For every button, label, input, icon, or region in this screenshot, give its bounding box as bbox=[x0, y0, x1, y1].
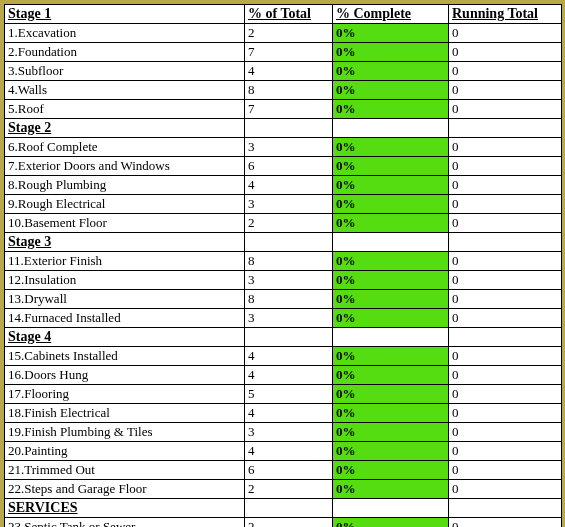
running-total-cell: 0 bbox=[449, 62, 562, 81]
pct-complete-cell[interactable]: 0% bbox=[333, 100, 449, 119]
empty-cell bbox=[245, 499, 333, 518]
pct-complete-cell[interactable]: 0% bbox=[333, 271, 449, 290]
running-total-cell: 0 bbox=[449, 157, 562, 176]
row-label: 8.Rough Plumbing bbox=[5, 176, 245, 195]
table-row: 7.Exterior Doors and Windows60%0 bbox=[5, 157, 562, 176]
table-row: 14.Furnaced Installed30%0 bbox=[5, 309, 562, 328]
running-total-cell: 0 bbox=[449, 138, 562, 157]
row-label: 4.Walls bbox=[5, 81, 245, 100]
table-row: 9.Rough Electrical30%0 bbox=[5, 195, 562, 214]
budget-table: Stage 1% of Total% CompleteRunning Total… bbox=[4, 4, 562, 527]
running-total-cell: 0 bbox=[449, 366, 562, 385]
row-label: 19.Finish Plumbing & Tiles bbox=[5, 423, 245, 442]
empty-cell bbox=[449, 499, 562, 518]
table-row: 4.Walls80%0 bbox=[5, 81, 562, 100]
row-label: 18.Finish Electrical bbox=[5, 404, 245, 423]
empty-cell bbox=[245, 119, 333, 138]
running-total-cell: 0 bbox=[449, 24, 562, 43]
row-label: 3.Subfloor bbox=[5, 62, 245, 81]
pct-complete-cell[interactable]: 0% bbox=[333, 214, 449, 233]
row-label: 16.Doors Hung bbox=[5, 366, 245, 385]
row-label: 2.Foundation bbox=[5, 43, 245, 62]
pct-total-cell[interactable]: 2 bbox=[245, 214, 333, 233]
pct-complete-cell[interactable]: 0% bbox=[333, 404, 449, 423]
pct-total-cell[interactable]: 8 bbox=[245, 252, 333, 271]
pct-total-cell[interactable]: 4 bbox=[245, 62, 333, 81]
table-row: 8.Rough Plumbing40%0 bbox=[5, 176, 562, 195]
pct-complete-cell[interactable]: 0% bbox=[333, 461, 449, 480]
pct-complete-cell[interactable]: 0% bbox=[333, 442, 449, 461]
row-label: 13.Drywall bbox=[5, 290, 245, 309]
pct-total-cell[interactable]: 4 bbox=[245, 176, 333, 195]
pct-complete-cell[interactable]: 0% bbox=[333, 176, 449, 195]
pct-total-cell[interactable]: 5 bbox=[245, 385, 333, 404]
pct-complete-cell[interactable]: 0% bbox=[333, 62, 449, 81]
pct-complete-cell[interactable]: 0% bbox=[333, 43, 449, 62]
running-total-cell: 0 bbox=[449, 252, 562, 271]
running-total-cell: 0 bbox=[449, 309, 562, 328]
empty-cell bbox=[245, 233, 333, 252]
col-header-running-total: Running Total bbox=[449, 5, 562, 24]
table-row: 5.Roof70%0 bbox=[5, 100, 562, 119]
section-header: SERVICES bbox=[5, 499, 245, 518]
pct-complete-cell[interactable]: 0% bbox=[333, 157, 449, 176]
empty-cell bbox=[333, 233, 449, 252]
pct-total-cell[interactable]: 3 bbox=[245, 423, 333, 442]
pct-complete-cell[interactable]: 0% bbox=[333, 423, 449, 442]
pct-total-cell[interactable]: 2 bbox=[245, 518, 333, 528]
empty-cell bbox=[333, 119, 449, 138]
pct-total-cell[interactable]: 7 bbox=[245, 100, 333, 119]
table-row: 11.Exterior Finish80%0 bbox=[5, 252, 562, 271]
table-row: 3.Subfloor40%0 bbox=[5, 62, 562, 81]
running-total-cell: 0 bbox=[449, 271, 562, 290]
pct-total-cell[interactable]: 6 bbox=[245, 461, 333, 480]
running-total-cell: 0 bbox=[449, 385, 562, 404]
running-total-cell: 0 bbox=[449, 100, 562, 119]
row-label: 7.Exterior Doors and Windows bbox=[5, 157, 245, 176]
pct-total-cell[interactable]: 4 bbox=[245, 347, 333, 366]
pct-total-cell[interactable]: 3 bbox=[245, 271, 333, 290]
pct-total-cell[interactable]: 6 bbox=[245, 157, 333, 176]
pct-total-cell[interactable]: 2 bbox=[245, 480, 333, 499]
row-label: 10.Basement Floor bbox=[5, 214, 245, 233]
pct-total-cell[interactable]: 3 bbox=[245, 195, 333, 214]
row-label: 9.Rough Electrical bbox=[5, 195, 245, 214]
pct-complete-cell[interactable]: 0% bbox=[333, 252, 449, 271]
row-label: 23.Septic Tank or Sewer bbox=[5, 518, 245, 528]
pct-complete-cell[interactable]: 0% bbox=[333, 366, 449, 385]
pct-complete-cell[interactable]: 0% bbox=[333, 81, 449, 100]
pct-complete-cell[interactable]: 0% bbox=[333, 24, 449, 43]
table-row: 19.Finish Plumbing & Tiles30%0 bbox=[5, 423, 562, 442]
pct-complete-cell[interactable]: 0% bbox=[333, 195, 449, 214]
pct-complete-cell[interactable]: 0% bbox=[333, 290, 449, 309]
pct-total-cell[interactable]: 2 bbox=[245, 24, 333, 43]
row-label: 17.Flooring bbox=[5, 385, 245, 404]
table-row: 1.Excavation20%0 bbox=[5, 24, 562, 43]
running-total-cell: 0 bbox=[449, 290, 562, 309]
table-row: 23.Septic Tank or Sewer20%0 bbox=[5, 518, 562, 528]
table-row: 2.Foundation70%0 bbox=[5, 43, 562, 62]
row-label: 14.Furnaced Installed bbox=[5, 309, 245, 328]
spreadsheet-frame: Stage 1% of Total% CompleteRunning Total… bbox=[0, 0, 565, 527]
row-label: 12.Insulation bbox=[5, 271, 245, 290]
pct-total-cell[interactable]: 7 bbox=[245, 43, 333, 62]
empty-cell bbox=[449, 233, 562, 252]
running-total-cell: 0 bbox=[449, 404, 562, 423]
pct-total-cell[interactable]: 8 bbox=[245, 290, 333, 309]
pct-total-cell[interactable]: 3 bbox=[245, 309, 333, 328]
empty-cell bbox=[333, 499, 449, 518]
pct-complete-cell[interactable]: 0% bbox=[333, 309, 449, 328]
col-header-pct-complete: % Complete bbox=[333, 5, 449, 24]
pct-total-cell[interactable]: 8 bbox=[245, 81, 333, 100]
running-total-cell: 0 bbox=[449, 195, 562, 214]
pct-complete-cell[interactable]: 0% bbox=[333, 518, 449, 528]
pct-total-cell[interactable]: 4 bbox=[245, 404, 333, 423]
pct-complete-cell[interactable]: 0% bbox=[333, 385, 449, 404]
pct-total-cell[interactable]: 4 bbox=[245, 442, 333, 461]
pct-complete-cell[interactable]: 0% bbox=[333, 480, 449, 499]
row-label: 20.Painting bbox=[5, 442, 245, 461]
pct-complete-cell[interactable]: 0% bbox=[333, 347, 449, 366]
pct-total-cell[interactable]: 3 bbox=[245, 138, 333, 157]
pct-complete-cell[interactable]: 0% bbox=[333, 138, 449, 157]
pct-total-cell[interactable]: 4 bbox=[245, 366, 333, 385]
